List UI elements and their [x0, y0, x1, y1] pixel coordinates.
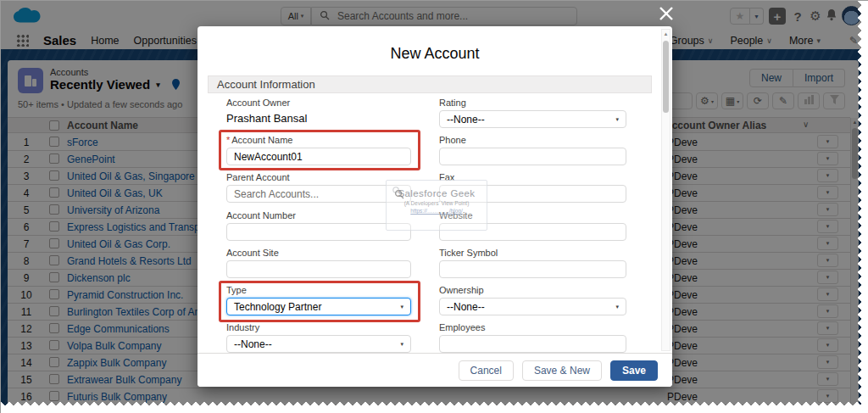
lookup-placeholder: Search Accounts...	[234, 188, 319, 200]
ownership-select-value: --None--	[447, 301, 485, 313]
close-modal-button[interactable]	[656, 5, 676, 25]
phone-input[interactable]	[447, 151, 619, 163]
salesforce-geek-watermark: Salesforce Geek (A Developers' View Poin…	[386, 180, 487, 231]
account-number-input[interactable]	[234, 226, 403, 238]
cancel-button[interactable]: Cancel	[459, 360, 514, 381]
highlight-box-type	[219, 281, 420, 322]
close-icon	[659, 6, 674, 25]
field-rating: Rating --None-- ▾	[439, 98, 626, 128]
field-account-number: Account Number	[226, 210, 411, 241]
field-label: Industry	[226, 322, 411, 333]
account-owner-value: Prashant Bansal	[226, 111, 411, 125]
torn-edge-bottom	[1, 408, 868, 413]
modal-scrollbar[interactable]: ▲	[661, 29, 670, 351]
field-industry: Industry --None-- ▾	[226, 322, 411, 353]
parent-account-lookup[interactable]: Search Accounts...	[226, 185, 411, 203]
chevron-down-icon: ▾	[400, 341, 403, 348]
watermark-subtitle: (A Developers' View Point)	[387, 200, 487, 206]
field-label: Phone	[439, 135, 626, 146]
field-ticker-symbol: Ticker Symbol	[439, 248, 626, 278]
field-phone: Phone	[439, 135, 626, 165]
field-label: Rating	[439, 98, 626, 109]
employees-input[interactable]	[447, 338, 619, 350]
industry-select-value: --None--	[234, 338, 272, 350]
field-label: Employees	[439, 322, 626, 333]
field-employees: Employees	[439, 322, 626, 353]
field-account-owner: Account Owner Prashant Bansal	[226, 98, 411, 125]
field-ownership: Ownership --None-- ▾	[439, 285, 626, 315]
screenshot-frame: All ▾ ★ ▼ + ? ⚙ Sales Home Opportunities	[0, 0, 868, 413]
industry-select[interactable]: --None-- ▾	[226, 335, 411, 353]
field-label: Account Owner	[226, 98, 411, 109]
rating-select[interactable]: --None-- ▾	[439, 110, 626, 128]
scroll-up-arrow-icon[interactable]: ▲	[662, 30, 670, 39]
chevron-down-icon: ▾	[615, 116, 619, 123]
modal-title: New Account	[198, 45, 672, 63]
account-site-input[interactable]	[234, 264, 403, 276]
highlight-box-account-name	[219, 130, 420, 170]
modal-footer: Cancel Save & New Save	[198, 353, 672, 387]
torn-edge-right	[864, 1, 868, 413]
field-label: Account Site	[226, 248, 411, 259]
magnifier-icon	[392, 184, 402, 199]
field-account-site: Account Site	[226, 248, 411, 278]
field-label: Parent Account	[226, 172, 411, 183]
field-parent-account: Parent Account Search Accounts...	[226, 172, 411, 203]
field-label: Ticker Symbol	[439, 248, 626, 259]
rating-select-value: --None--	[447, 114, 485, 126]
save-and-new-button[interactable]: Save & New	[522, 360, 602, 381]
field-label: Account Number	[226, 210, 411, 221]
new-account-modal: New Account Account Information Account …	[198, 26, 672, 387]
scrollbar-thumb[interactable]	[663, 41, 669, 113]
chevron-down-icon: ▾	[615, 304, 619, 310]
section-header-account-information: Account Information	[208, 75, 652, 93]
ticker-symbol-input[interactable]	[447, 264, 619, 276]
field-label: Ownership	[439, 285, 626, 296]
watermark-link: https://…………/blog/	[387, 208, 487, 214]
save-button[interactable]: Save	[610, 360, 658, 381]
ownership-select[interactable]: --None-- ▾	[439, 298, 626, 315]
